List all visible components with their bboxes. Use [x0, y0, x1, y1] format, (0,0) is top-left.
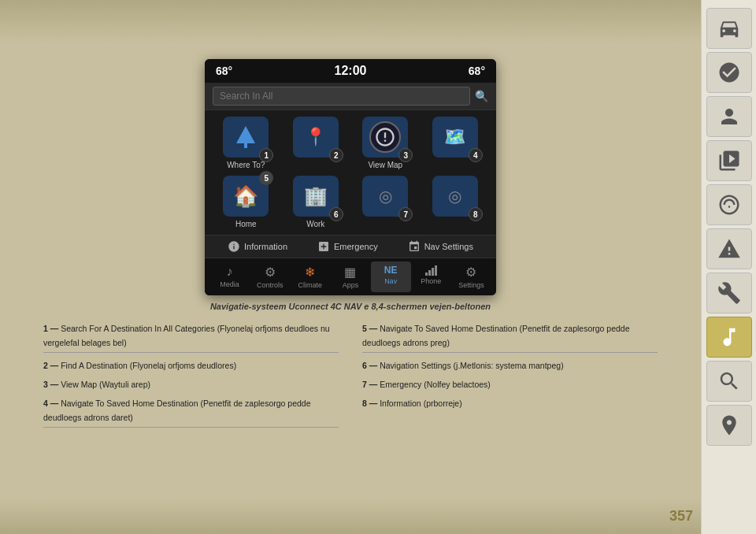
nav-item-where-to[interactable]: 1 Where To?	[214, 117, 278, 169]
temp-left: 68°	[216, 65, 232, 77]
nav-item-8[interactable]: ◎ 8	[424, 176, 487, 228]
sidebar-icon-warning[interactable]	[706, 228, 752, 269]
sidebar-icon-car[interactable]	[706, 8, 752, 49]
information-button[interactable]: Information	[228, 240, 287, 253]
desc-item-6: 6 — Navigation Settings (j.Metlonis: sys…	[362, 358, 658, 372]
desc-item-4: 4 — Navigate To Saved Home Destination (…	[43, 395, 339, 428]
tab-phone[interactable]: Phone	[411, 261, 451, 292]
information-label: Information	[244, 242, 287, 251]
page-number: 357	[669, 508, 693, 525]
tab-controls[interactable]: ⚙ Controls	[250, 261, 290, 292]
description-area: 1 — Search For A Destination In All Cate…	[28, 321, 673, 428]
main-content: 68° 12:00 68° 🔍 1 Where To?	[0, 43, 701, 499]
nav-item-pin[interactable]: 📍 2	[284, 117, 348, 169]
nav-screen: 68° 12:00 68° 🔍 1 Where To?	[205, 59, 496, 295]
nav-item-view-map[interactable]: 3 View Map	[354, 117, 417, 169]
bottom-bar	[0, 499, 756, 534]
nav-item-home[interactable]: 🏠 5 Home	[214, 176, 278, 228]
badge-6: 6	[329, 207, 343, 221]
sidebar-icon-media[interactable]	[706, 140, 752, 181]
tab-nav[interactable]: NE Nav	[371, 261, 411, 292]
nav-grid: 1 Where To? 📍 2	[205, 110, 496, 235]
nav-label-view-map: View Map	[368, 161, 402, 169]
badge-3: 3	[398, 148, 413, 162]
badge-8: 8	[469, 207, 483, 221]
badge-4: 4	[469, 148, 483, 162]
screen-caption: Navigatie-systeem Uconnect 4C NAV e 8,4-…	[210, 302, 491, 311]
nav-item-7[interactable]: ◎ 7	[354, 176, 417, 228]
tab-media[interactable]: ♪ Media	[209, 261, 250, 292]
nav-actions: Information Emergency Nav Settings	[205, 235, 496, 258]
sidebar-icon-car2[interactable]	[706, 52, 752, 93]
emergency-label: Emergency	[334, 242, 378, 251]
tab-climate[interactable]: ❄ Climate	[290, 261, 330, 292]
tab-apps[interactable]: ▦ Apps	[330, 261, 370, 292]
nav-item-work[interactable]: 🏢 6 Work	[284, 176, 348, 228]
nav-item-map4[interactable]: 🗺️ 4	[424, 117, 487, 169]
sidebar-icon-music[interactable]	[706, 317, 752, 358]
nav-label-work: Work	[306, 220, 324, 228]
nav-tabs: ♪ Media ⚙ Controls ❄ Climate ▦ Apps NE N…	[205, 258, 496, 295]
temp-right: 68°	[469, 65, 485, 77]
right-sidebar	[701, 0, 756, 534]
badge-5: 5	[259, 171, 273, 185]
sidebar-icon-nav[interactable]	[706, 405, 752, 446]
nav-settings-label: Nav Settings	[424, 242, 473, 251]
desc-item-8: 8 — Information (prborreje)	[362, 395, 658, 428]
sidebar-icon-steering[interactable]	[706, 184, 752, 225]
desc-item-3: 3 — View Map (Waytuli arep)	[43, 376, 339, 391]
desc-item-1: 1 — Search For A Destination In All Cate…	[43, 321, 339, 353]
tab-settings[interactable]: ⚙ Settings	[451, 261, 491, 292]
sidebar-icon-person[interactable]	[706, 96, 752, 137]
clock: 12:00	[335, 64, 367, 78]
badge-2: 2	[329, 148, 343, 162]
nav-settings-button[interactable]: Nav Settings	[408, 240, 473, 253]
badge-7: 7	[398, 207, 413, 221]
desc-item-2: 2 — Find A Destination (Flyonelaj orfjom…	[43, 358, 339, 372]
sidebar-icon-tools[interactable]	[706, 273, 752, 313]
top-bar	[0, 0, 756, 43]
search-input[interactable]	[213, 87, 470, 106]
search-icon[interactable]: 🔍	[475, 90, 488, 102]
desc-item-7: 7 — Emergency (Nolfey belactoes)	[362, 376, 658, 391]
nav-label-home: Home	[235, 220, 257, 228]
emergency-button[interactable]: Emergency	[317, 240, 378, 253]
sidebar-icon-search[interactable]	[706, 361, 752, 402]
search-bar[interactable]: 🔍	[205, 83, 496, 110]
screen-header: 68° 12:00 68°	[205, 59, 496, 83]
badge-1: 1	[259, 148, 273, 162]
nav-label-where-to: Where To?	[227, 161, 265, 169]
desc-item-5: 5 — Navigate To Saved Home Destination (…	[362, 321, 658, 353]
